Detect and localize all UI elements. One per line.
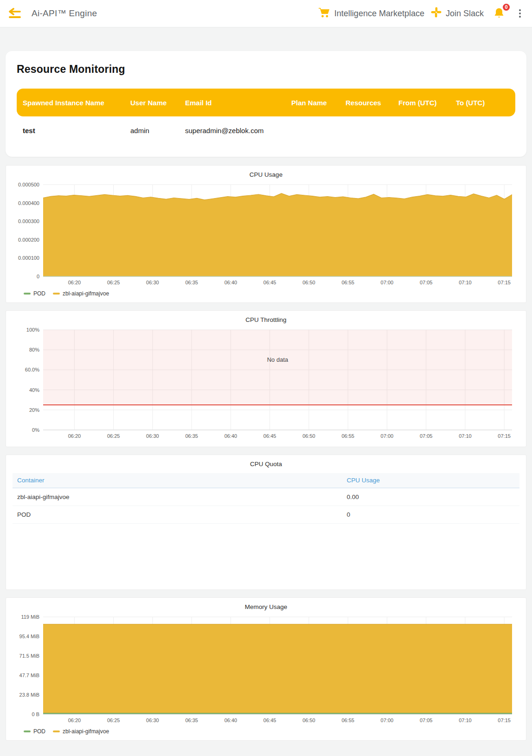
legend-swatch (24, 293, 31, 295)
quota-row: zbl-aiapi-gifmajvoe0.00 (13, 488, 519, 506)
quota-col-container[interactable]: Container (13, 473, 342, 488)
quota-cell: zbl-aiapi-gifmajvoe (13, 488, 342, 506)
legend-label: zbl-aiapi-gifmajvoe (63, 290, 109, 297)
svg-text:07:05: 07:05 (420, 280, 433, 285)
join-slack-button[interactable]: Join Slack (431, 7, 484, 20)
svg-text:06:20: 06:20 (68, 718, 81, 723)
quota-cell: 0 (342, 506, 519, 524)
svg-text:07:00: 07:00 (381, 433, 394, 439)
svg-text:06:45: 06:45 (263, 433, 276, 439)
legend-swatch (24, 730, 31, 732)
svg-text:06:25: 06:25 (107, 280, 120, 285)
join-slack-label: Join Slack (446, 9, 484, 19)
bell-icon (493, 13, 505, 20)
svg-text:07:05: 07:05 (420, 718, 433, 723)
svg-text:07:15: 07:15 (498, 433, 511, 439)
svg-text:95.4 MiB: 95.4 MiB (19, 634, 39, 639)
notification-badge: 0 (502, 3, 511, 12)
svg-text:71.5 MiB: 71.5 MiB (19, 653, 39, 659)
notifications-button[interactable]: 0 (493, 7, 505, 20)
svg-text:06:25: 06:25 (107, 433, 120, 439)
svg-text:06:45: 06:45 (263, 718, 276, 723)
svg-text:06:30: 06:30 (146, 718, 159, 723)
svg-text:06:55: 06:55 (341, 718, 354, 723)
svg-text:23.8 MiB: 23.8 MiB (19, 692, 39, 698)
col-plan-name: Plan Name (291, 99, 346, 107)
marketplace-button[interactable]: Intelligence Marketplace (318, 7, 424, 20)
cpu-quota-table: Container CPU Usage zbl-aiapi-gifmajvoe0… (13, 473, 519, 524)
svg-text:06:55: 06:55 (341, 433, 354, 439)
cpu-usage-legend: PODzbl-aiapi-gifmajvoe (13, 288, 519, 298)
svg-text:06:35: 06:35 (185, 718, 198, 723)
legend-item[interactable]: POD (24, 290, 45, 297)
svg-text:0.000400: 0.000400 (18, 200, 39, 206)
col-from-utc: From (UTC) (398, 99, 456, 107)
svg-text:40%: 40% (29, 387, 39, 393)
svg-text:20%: 20% (29, 407, 39, 413)
svg-text:06:25: 06:25 (107, 718, 120, 723)
svg-text:07:15: 07:15 (498, 718, 511, 723)
cpu-usage-panel: CPU Usage 0.0005000.0004000.0003000.0002… (6, 165, 526, 303)
quota-col-cpu-usage[interactable]: CPU Usage (342, 473, 519, 488)
legend-item[interactable]: POD (24, 728, 45, 735)
svg-text:07:10: 07:10 (459, 718, 472, 723)
email-cell: superadmin@zeblok.com (185, 127, 291, 135)
cpu-throttling-chart[interactable]: 100%80%60.0%40%20%0%06:2006:2506:3006:35… (13, 326, 520, 442)
memory-usage-panel: Memory Usage 119 MiB95.4 MiB71.5 MiB47.7… (6, 597, 526, 741)
svg-text:06:50: 06:50 (302, 280, 315, 285)
cpu-usage-chart[interactable]: 0.0005000.0004000.0003000.0002000.000100… (13, 181, 520, 288)
col-user-name: User Name (130, 99, 185, 107)
svg-text:07:00: 07:00 (381, 280, 394, 285)
svg-text:60.0%: 60.0% (25, 367, 39, 372)
svg-text:06:40: 06:40 (224, 433, 237, 439)
col-spawned-instance-name: Spawned Instance Name (23, 99, 130, 107)
svg-text:07:15: 07:15 (498, 280, 511, 285)
svg-text:06:20: 06:20 (68, 280, 81, 285)
cart-icon (318, 7, 330, 20)
quota-row: POD0 (13, 506, 519, 524)
back-arrow-icon[interactable] (6, 6, 23, 21)
legend-label: POD (33, 290, 45, 297)
more-menu-icon[interactable] (516, 7, 524, 19)
legend-label: zbl-aiapi-gifmajvoe (63, 728, 109, 735)
instance-name-cell: test (23, 127, 130, 135)
svg-text:07:10: 07:10 (459, 280, 472, 285)
svg-text:06:30: 06:30 (146, 280, 159, 285)
instances-table-header: Spawned Instance Name User Name Email Id… (17, 89, 515, 116)
svg-text:06:55: 06:55 (341, 280, 354, 285)
col-to-utc: To (UTC) (456, 99, 511, 107)
svg-text:07:10: 07:10 (459, 433, 472, 439)
svg-text:07:05: 07:05 (420, 433, 433, 439)
svg-text:0.000500: 0.000500 (18, 182, 39, 187)
quota-cell: POD (13, 506, 342, 524)
svg-text:0.000200: 0.000200 (18, 237, 39, 243)
svg-text:0%: 0% (32, 427, 39, 433)
legend-item[interactable]: zbl-aiapi-gifmajvoe (53, 290, 109, 297)
top-navbar: Ai-API™ Engine Intelligence Marketplace (0, 0, 532, 27)
marketplace-label: Intelligence Marketplace (334, 9, 424, 19)
svg-text:06:40: 06:40 (224, 718, 237, 723)
quota-cell: 0.00 (342, 488, 519, 506)
cpu-quota-title: CPU Quota (13, 459, 519, 470)
page-title: Resource Monitoring (17, 63, 515, 76)
svg-text:06:20: 06:20 (68, 433, 81, 439)
svg-text:06:35: 06:35 (185, 433, 198, 439)
svg-text:06:30: 06:30 (146, 433, 159, 439)
svg-text:0 B: 0 B (32, 711, 39, 717)
cpu-usage-title: CPU Usage (13, 169, 519, 181)
svg-text:06:50: 06:50 (302, 433, 315, 439)
memory-usage-chart[interactable]: 119 MiB95.4 MiB71.5 MiB47.7 MiB23.8 MiB0… (13, 613, 520, 726)
col-email-id: Email Id (185, 99, 291, 107)
svg-text:06:35: 06:35 (185, 280, 198, 285)
svg-text:06:50: 06:50 (302, 718, 315, 723)
col-resources: Resources (346, 99, 398, 107)
memory-usage-legend: PODzbl-aiapi-gifmajvoe (13, 726, 519, 736)
instance-row[interactable]: test admin superadmin@zeblok.com (17, 116, 515, 137)
resource-monitoring-card: Resource Monitoring Spawned Instance Nam… (6, 51, 526, 157)
user-name-cell: admin (130, 127, 185, 135)
legend-swatch (53, 293, 60, 295)
svg-text:07:00: 07:00 (381, 718, 394, 723)
svg-text:100%: 100% (26, 327, 39, 333)
svg-text:06:40: 06:40 (224, 280, 237, 285)
legend-item[interactable]: zbl-aiapi-gifmajvoe (53, 728, 109, 735)
